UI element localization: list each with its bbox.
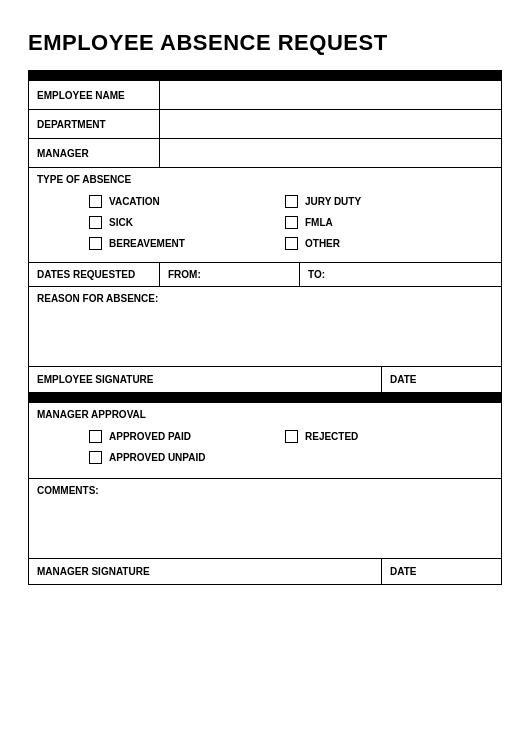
jury-duty-checkbox[interactable] <box>285 195 298 208</box>
checkbox-sick[interactable]: SICK <box>89 216 285 229</box>
manager-label: MANAGER <box>29 139 159 167</box>
bereavement-checkbox[interactable] <box>89 237 102 250</box>
dates-row: DATES REQUESTED FROM: TO: <box>29 263 501 287</box>
checkbox-other[interactable]: OTHER <box>285 237 481 250</box>
manager-date-label: DATE <box>381 559 501 584</box>
checkbox-jury-duty[interactable]: JURY DUTY <box>285 195 481 208</box>
dates-requested-label: DATES REQUESTED <box>29 263 159 286</box>
checkbox-col-right: JURY DUTY FMLA OTHER <box>285 195 481 250</box>
manager-value[interactable] <box>159 139 501 167</box>
checkbox-rejected[interactable]: REJECTED <box>285 430 481 443</box>
reason-label: REASON FOR ABSENCE: <box>29 287 501 310</box>
form-container: EMPLOYEE NAME DEPARTMENT MANAGER TYPE OF… <box>28 70 502 585</box>
checkbox-approved-paid[interactable]: APPROVED PAID <box>89 430 285 443</box>
other-label: OTHER <box>305 238 340 249</box>
bereavement-label: BEREAVEMENT <box>109 238 185 249</box>
employee-name-row: EMPLOYEE NAME <box>29 81 501 110</box>
type-absence-section: TYPE OF ABSENCE VACATION SICK BEREAVEMEN… <box>29 168 501 263</box>
fmla-label: FMLA <box>305 217 333 228</box>
jury-duty-label: JURY DUTY <box>305 196 361 207</box>
department-label: DEPARTMENT <box>29 110 159 138</box>
manager-sig-label: MANAGER SIGNATURE <box>29 559 381 584</box>
comments-label: COMMENTS: <box>29 479 501 502</box>
sick-label: SICK <box>109 217 133 228</box>
employee-date-label: DATE <box>381 367 501 392</box>
manager-approval-section: MANAGER APPROVAL APPROVED PAID APPROVED … <box>29 403 501 479</box>
employee-sig-row: EMPLOYEE SIGNATURE DATE <box>29 367 501 393</box>
checkbox-col-left: VACATION SICK BEREAVEMENT <box>89 195 285 250</box>
approved-unpaid-label: APPROVED UNPAID <box>109 452 206 463</box>
approved-unpaid-checkbox[interactable] <box>89 451 102 464</box>
checkbox-approved-unpaid[interactable]: APPROVED UNPAID <box>89 451 285 464</box>
other-checkbox[interactable] <box>285 237 298 250</box>
reason-section: REASON FOR ABSENCE: <box>29 287 501 367</box>
department-row: DEPARTMENT <box>29 110 501 139</box>
top-bar <box>29 71 501 81</box>
page-title: EMPLOYEE ABSENCE REQUEST <box>28 30 502 56</box>
manager-row: MANAGER <box>29 139 501 168</box>
type-absence-label: TYPE OF ABSENCE <box>29 168 501 191</box>
middle-bar <box>29 393 501 403</box>
manager-approval-label: MANAGER APPROVAL <box>29 403 501 426</box>
employee-sig-label: EMPLOYEE SIGNATURE <box>29 367 381 392</box>
checkbox-fmla[interactable]: FMLA <box>285 216 481 229</box>
approved-paid-checkbox[interactable] <box>89 430 102 443</box>
vacation-label: VACATION <box>109 196 160 207</box>
dates-to-label[interactable]: TO: <box>299 263 501 286</box>
approved-paid-label: APPROVED PAID <box>109 431 191 442</box>
vacation-checkbox[interactable] <box>89 195 102 208</box>
rejected-label: REJECTED <box>305 431 358 442</box>
checkbox-vacation[interactable]: VACATION <box>89 195 285 208</box>
employee-name-value[interactable] <box>159 81 501 109</box>
approval-checkboxes: APPROVED PAID APPROVED UNPAID REJECTED <box>29 426 501 468</box>
comments-section: COMMENTS: <box>29 479 501 559</box>
employee-name-label: EMPLOYEE NAME <box>29 81 159 109</box>
dates-from-label[interactable]: FROM: <box>159 263 299 286</box>
checkboxes-grid: VACATION SICK BEREAVEMENT JURY DUTY <box>29 191 501 254</box>
approval-col-left: APPROVED PAID APPROVED UNPAID <box>89 430 285 464</box>
sick-checkbox[interactable] <box>89 216 102 229</box>
checkbox-bereavement[interactable]: BEREAVEMENT <box>89 237 285 250</box>
rejected-checkbox[interactable] <box>285 430 298 443</box>
fmla-checkbox[interactable] <box>285 216 298 229</box>
manager-sig-row: MANAGER SIGNATURE DATE <box>29 559 501 584</box>
department-value[interactable] <box>159 110 501 138</box>
approval-col-right: REJECTED <box>285 430 481 464</box>
